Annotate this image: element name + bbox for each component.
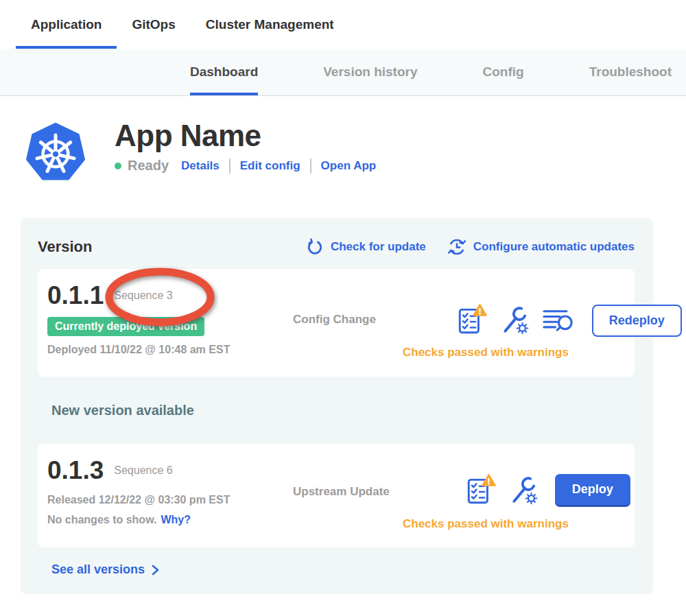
nav-item-cluster-management[interactable]: Cluster Management <box>206 0 334 49</box>
deployed-timestamp: Deployed 11/10/22 @ 10:48 am EST <box>47 344 293 356</box>
deployed-badge: Currently deployed version <box>47 317 204 336</box>
details-link[interactable]: Details <box>181 159 220 173</box>
tab-version-history[interactable]: Version history <box>323 49 417 95</box>
diff-search-icon[interactable] <box>541 305 578 335</box>
app-header: App Name Ready Details Edit config Open … <box>24 119 686 184</box>
see-all-versions-label: See all versions <box>51 562 145 577</box>
configure-automatic-updates-label: Configure automatic updates <box>473 240 635 254</box>
tab-troubleshoot[interactable]: Troubleshoot <box>589 49 672 95</box>
available-version-card: 0.1.3 Sequence 6 Released 12/12/22 @ 03:… <box>38 444 635 547</box>
wrench-gear-icon[interactable] <box>508 475 539 506</box>
check-for-update-link[interactable]: Check for update <box>305 237 426 257</box>
panel-title: Version <box>38 238 92 256</box>
released-timestamp: Released 12/12/22 @ 03:30 pm EST <box>47 494 293 506</box>
why-link[interactable]: Why? <box>161 514 191 525</box>
redeploy-button[interactable]: Redeploy <box>592 305 682 337</box>
see-all-versions-link[interactable]: See all versions <box>51 562 635 577</box>
clock-sync-icon <box>447 237 467 257</box>
chevron-right-icon <box>151 564 161 576</box>
app-tabs: Dashboard Version history Config Trouble… <box>0 49 686 96</box>
status-text: Ready <box>128 158 169 174</box>
sequence-label: Sequence 6 <box>114 464 172 477</box>
tab-config[interactable]: Config <box>483 49 524 95</box>
deployed-version-card: 0.1.1 Sequence 3 Currently deployed vers… <box>38 269 635 377</box>
tab-dashboard[interactable]: Dashboard <box>190 49 258 95</box>
deploy-button[interactable]: Deploy <box>555 474 630 507</box>
preflight-checks-icon[interactable] <box>456 304 488 337</box>
check-for-update-label: Check for update <box>331 240 426 254</box>
new-version-heading: New version available <box>51 403 635 419</box>
configure-automatic-updates-link[interactable]: Configure automatic updates <box>447 237 635 257</box>
version-panel: Version Check for update Configure autom… <box>21 218 653 594</box>
status-dot <box>115 163 121 169</box>
no-changes-text: No changes to show. <box>47 514 156 525</box>
version-number: 0.1.1 <box>47 283 104 308</box>
version-source-label: Upstream Update <box>293 485 403 499</box>
preflight-checks-icon[interactable] <box>464 474 497 507</box>
version-source-label: Config Change <box>293 313 403 327</box>
page-title: App Name <box>115 121 376 151</box>
wrench-gear-icon[interactable] <box>499 305 530 336</box>
version-number: 0.1.3 <box>47 458 104 483</box>
nav-item-gitops[interactable]: GitOps <box>132 0 175 49</box>
refresh-icon <box>305 237 324 257</box>
open-app-link[interactable]: Open App <box>321 159 377 173</box>
nav-item-application[interactable]: Application <box>31 0 102 49</box>
kubernetes-logo <box>24 119 87 184</box>
sequence-label: Sequence 3 <box>114 289 172 302</box>
checks-warning-text: Checks passed with warnings <box>403 346 569 359</box>
checks-warning-text: Checks passed with warnings <box>403 517 569 531</box>
edit-config-link[interactable]: Edit config <box>240 159 300 173</box>
primary-nav: Application GitOps Cluster Management <box>0 0 686 49</box>
separator <box>310 158 311 174</box>
separator <box>229 158 230 174</box>
